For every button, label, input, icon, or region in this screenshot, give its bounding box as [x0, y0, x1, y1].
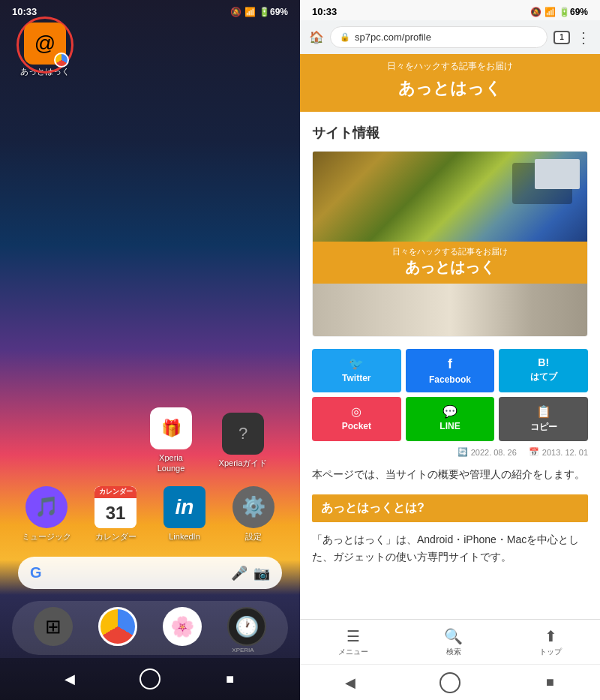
xperia-guide-icon: ? XPERIA [222, 413, 264, 455]
profile-title2: あっとはっく [322, 257, 578, 278]
camera-icon[interactable]: 📷 [254, 565, 270, 581]
right-home-button[interactable] [435, 668, 465, 698]
left-nav-bar: ◀ ■ [0, 658, 300, 700]
top-icon: ⬆ [544, 627, 557, 645]
hatena-icon: B! [538, 356, 549, 368]
app-xperia-guide[interactable]: ? XPERIA Xperiaガイド [216, 413, 270, 468]
update-date: 2022. 08. 26 [471, 448, 517, 457]
settings-label: 設定 [245, 531, 262, 542]
right-silent-icon: 🔕 [530, 7, 542, 17]
content-area: サイト情報 日々をハックする記事をお届け あっとはっく [300, 112, 600, 577]
mic-icon[interactable]: 🎤 [231, 565, 248, 581]
section-info-title: サイト情報 [312, 124, 588, 142]
browser-menu-button[interactable]: ⋮ [576, 29, 591, 47]
browser-home-button[interactable]: 🏠 [309, 30, 324, 44]
copy-icon: 📋 [536, 404, 551, 419]
line-icon: 💬 [442, 404, 458, 419]
settings-icon: ⚙️ [232, 486, 274, 528]
dock-grid[interactable]: ⊞ [26, 607, 80, 649]
about-text: 「あっとはっく」は、Android・iPhone・Macを中心とした、ガジェット… [312, 531, 588, 565]
twitter-label: Twitter [342, 373, 370, 383]
right-home-icon [440, 672, 460, 693]
left-time: 10:33 [12, 6, 37, 17]
recent-button[interactable]: ■ [215, 664, 245, 694]
right-recent-button[interactable]: ■ [535, 668, 565, 698]
share-copy-button[interactable]: 📋 コピー [499, 397, 588, 441]
pocket-icon: ◎ [351, 404, 362, 419]
profile-card: 日々をハックする記事をお届け あっとはっく [312, 151, 588, 337]
description-text: 本ページでは、当サイトの概要や管理人の紹介をします。 [312, 466, 588, 482]
share-twitter-button[interactable]: 🐦 Twitter [312, 349, 401, 392]
search-label: 検索 [446, 647, 461, 657]
bottom-apps-area: 🎁 XperiaLounge ? XPERIA Xperiaガイド 🎵 ミュージ… [0, 407, 300, 655]
music-label: ミュージック [22, 531, 71, 542]
tab-count: 1 [560, 33, 564, 41]
site-header: 日々をハックする記事をお届け あっとはっく [300, 54, 600, 112]
search-nav-item[interactable]: 🔍 検索 [444, 627, 463, 657]
xperia-lounge-icon: 🎁 [150, 407, 192, 449]
profile-image-top [313, 152, 587, 242]
at-hack-icon: @ [24, 23, 66, 65]
line-label: LINE [440, 421, 460, 431]
share-facebook-button[interactable]: f Facebook [406, 349, 495, 392]
about-heading: あっとはっくとは? [312, 494, 588, 522]
right-back-button[interactable]: ◀ [335, 668, 365, 698]
google-logo: G [30, 564, 42, 581]
app-music[interactable]: 🎵 ミュージック [20, 486, 74, 542]
calendar-icon: カレンダー 31 [94, 486, 136, 528]
app-calendar[interactable]: カレンダー 31 カレンダー [88, 486, 142, 542]
back-button[interactable]: ◀ [55, 664, 85, 694]
right-device-nav: ◀ ■ [300, 664, 600, 700]
app-xperia-lounge[interactable]: 🎁 XperiaLounge [144, 407, 198, 474]
right-status-icons: 🔕 📶 🔋69% [530, 7, 588, 17]
right-recent-icon: ■ [546, 674, 554, 690]
battery-icon: 🔋69% [259, 7, 288, 17]
linkedin-label: LinkedIn [169, 531, 200, 542]
create-date: 2013. 12. 01 [542, 448, 588, 457]
back-icon: ◀ [64, 671, 75, 687]
hatena-label: はてブ [530, 371, 557, 383]
right-status-bar: 10:33 🔕 📶 🔋69% [300, 0, 600, 20]
site-title: あっとはっく [312, 77, 588, 100]
search-icon: 🔍 [444, 627, 463, 645]
dock-photos[interactable]: 🌸 [155, 607, 209, 649]
date-created: 📅 2013. 12. 01 [529, 447, 588, 457]
browser-bottom-nav: ☰ メニュー 🔍 検索 ⬆ トップ [300, 619, 600, 664]
dock-chrome[interactable] [91, 607, 145, 649]
signal-icon: 📶 [244, 7, 256, 17]
linkedin-icon: in [164, 486, 206, 528]
share-hatena-button[interactable]: B! はてブ [499, 349, 588, 392]
create-icon: 📅 [529, 447, 539, 457]
chrome-icon [98, 607, 137, 646]
dock-clock[interactable]: 🕐 [220, 607, 274, 649]
google-search-bar[interactable]: G 🎤 📷 [18, 557, 282, 589]
site-tagline: 日々をハックする記事をお届け [312, 60, 588, 73]
facebook-label: Facebook [429, 374, 471, 385]
home-button[interactable] [135, 664, 165, 694]
share-buttons: 🐦 Twitter f Facebook B! はてブ ◎ Pocket 💬 [312, 349, 588, 441]
menu-label: メニュー [338, 647, 368, 657]
right-panel: 10:33 🔕 📶 🔋69% 🏠 🔒 sp7pc.com/profile 1 ⋮… [300, 0, 600, 700]
top-nav-item[interactable]: ⬆ トップ [539, 627, 562, 657]
highlighted-app[interactable]: @ あっとはっく [15, 23, 75, 83]
tab-count-button[interactable]: 1 [554, 31, 570, 44]
share-line-button[interactable]: 💬 LINE [406, 397, 495, 441]
right-signal-icon: 📶 [544, 7, 556, 17]
page-content: 日々をハックする記事をお届け あっとはっく サイト情報 日々をハックする記事をお… [300, 54, 600, 619]
profile-tagline2: 日々をハックする記事をお届け [322, 246, 578, 257]
url-bar[interactable]: 🔒 sp7pc.com/profile [330, 26, 548, 48]
home-icon [140, 668, 160, 689]
menu-nav-item[interactable]: ☰ メニュー [338, 627, 368, 657]
profile-image-bottom [313, 284, 587, 336]
share-pocket-button[interactable]: ◎ Pocket [312, 397, 401, 441]
copy-label: コピー [530, 421, 557, 434]
app-linkedin[interactable]: in LinkedIn [158, 486, 212, 542]
recent-icon: ■ [226, 671, 234, 687]
apps-row-2: 🎵 ミュージック カレンダー 31 カレンダー in LinkedIn [12, 486, 288, 542]
app-settings[interactable]: ⚙️ 設定 [226, 486, 280, 542]
twitter-icon: 🐦 [349, 356, 364, 371]
apps-row-1: 🎁 XperiaLounge ? XPERIA Xperiaガイド [12, 407, 288, 474]
right-battery-icon: 🔋69% [559, 7, 588, 17]
chrome-badge [54, 53, 69, 68]
browser-bar: 🏠 🔒 sp7pc.com/profile 1 ⋮ [300, 20, 600, 54]
